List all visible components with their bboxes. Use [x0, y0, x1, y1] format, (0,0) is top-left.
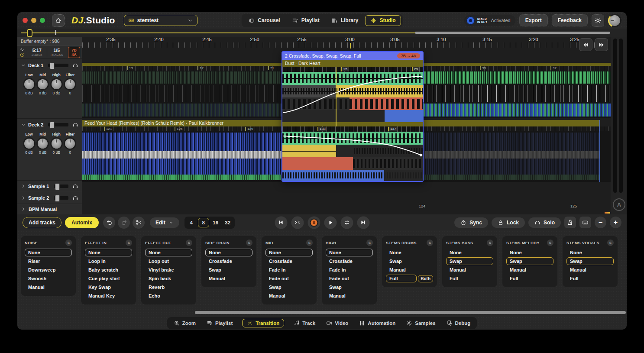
effect-option[interactable]: None	[205, 249, 252, 256]
effect-option[interactable]: Swap	[265, 283, 313, 291]
loop-button[interactable]	[340, 216, 353, 229]
stem-badge[interactable]: S	[65, 240, 72, 246]
stem-badge[interactable]: S	[607, 240, 614, 246]
sample-volume-slider[interactable]	[54, 196, 68, 200]
effect-option[interactable]: None	[566, 249, 614, 256]
autogain-button[interactable]: A	[613, 198, 625, 211]
deck-1-volume-slider[interactable]	[48, 64, 68, 67]
minimize-window-button[interactable]	[31, 18, 36, 23]
eq-knob[interactable]	[38, 79, 48, 89]
vertical-scrollbar-2[interactable]	[619, 39, 623, 193]
stem-badge[interactable]: S	[186, 240, 192, 246]
effect-option[interactable]: Fade out	[265, 275, 313, 282]
stem-badge[interactable]: S	[246, 240, 252, 246]
stem-lane-bass-top[interactable]	[282, 85, 423, 97]
solo-button[interactable]: Solo	[528, 217, 561, 228]
effect-option[interactable]: Fade out	[326, 275, 373, 282]
grid-size-button[interactable]: 32	[222, 218, 233, 227]
effect-option[interactable]: Crossfade	[326, 257, 373, 265]
effect-option[interactable]: Baby scratch	[85, 266, 132, 274]
bottom-tab[interactable]: Transition	[242, 319, 284, 327]
undo-button[interactable]	[103, 217, 115, 229]
grid-size-button[interactable]: 8	[198, 218, 209, 227]
eq-knob[interactable]	[24, 79, 34, 89]
deck-2-volume-slider[interactable]	[48, 123, 68, 126]
stem-lane-drums-bottom[interactable]	[282, 132, 423, 145]
eq-knob[interactable]	[38, 139, 48, 149]
effect-option[interactable]: Key Swap	[85, 283, 132, 291]
stem-lane-drums-top[interactable]	[282, 72, 423, 85]
sample-row[interactable]: Sample 2	[17, 192, 82, 204]
effect-option[interactable]: Fade in	[326, 266, 373, 274]
bottom-tab[interactable]: Zoom	[172, 319, 197, 327]
sync-button[interactable]: Sync	[454, 217, 488, 228]
stem-badge[interactable]: S	[126, 240, 132, 246]
bpm-section[interactable]: BPM Manual	[17, 204, 82, 214]
eq-knob[interactable]	[65, 79, 75, 89]
metronome-button[interactable]	[564, 217, 576, 228]
stem-lane-melody-bottom[interactable]	[282, 157, 423, 170]
effect-option[interactable]: Echo	[145, 292, 192, 300]
snap-playhead-button[interactable]	[291, 216, 304, 229]
edit-dropdown[interactable]: Edit	[150, 217, 179, 228]
effect-option[interactable]: Manual	[386, 266, 433, 274]
settings-button[interactable]	[592, 14, 604, 27]
effect-option[interactable]: Manual Key	[85, 292, 132, 300]
effect-option[interactable]: None	[326, 249, 373, 256]
song-overview[interactable]	[17, 29, 627, 37]
cut-button[interactable]	[133, 217, 145, 229]
view-tab[interactable]: Playlist	[287, 15, 325, 26]
effect-option[interactable]: Manual	[205, 275, 252, 282]
stem-badge[interactable]: S	[306, 240, 313, 246]
stem-lane-vocals-top[interactable]	[282, 110, 423, 122]
effect-option[interactable]: Crossfade	[205, 257, 252, 265]
effect-option[interactable]: Manual	[506, 266, 553, 274]
skip-forward-button[interactable]	[595, 38, 608, 51]
effect-option[interactable]: Full	[566, 275, 614, 282]
effect-option[interactable]: Crossfade	[265, 257, 313, 265]
effect-option[interactable]: Full	[506, 275, 553, 282]
headphones-icon[interactable]	[72, 195, 78, 201]
effect-option[interactable]: Reverb	[145, 283, 192, 291]
export-button[interactable]: Export	[519, 14, 548, 26]
headphones-icon[interactable]	[72, 183, 78, 189]
sample-volume-thumb[interactable]	[55, 195, 60, 202]
effect-option[interactable]: Swap	[566, 257, 614, 265]
view-tab[interactable]: Studio	[365, 15, 401, 26]
project-selector[interactable]: stemtest	[124, 15, 197, 26]
sample-row[interactable]: Sample 1	[17, 180, 82, 192]
grid-size-button[interactable]: 4	[186, 218, 197, 227]
zoom-in-button[interactable]: +	[610, 217, 621, 228]
effect-option[interactable]: Manual	[566, 266, 614, 274]
timeline[interactable]: 2:35 2:40 2:45 2:50 2:55 3:00 3:05 3:10 …	[82, 37, 611, 214]
eq-knob[interactable]	[24, 139, 34, 149]
effect-option[interactable]: Swap	[386, 257, 433, 265]
deck-2-header[interactable]: Deck 2	[21, 120, 78, 129]
overview-viewport-thumb[interactable]	[415, 32, 610, 34]
effect-option-chip[interactable]: Both	[418, 275, 433, 282]
eq-knob[interactable]	[65, 139, 75, 149]
eq-knob[interactable]	[52, 79, 61, 89]
effect-option[interactable]: Full Both	[386, 275, 433, 282]
effect-option[interactable]: Spin back	[145, 275, 192, 282]
bottom-tab[interactable]: Samples	[405, 319, 437, 327]
effect-option[interactable]: Riser	[25, 257, 72, 265]
stem-badge[interactable]: S	[427, 240, 433, 246]
effect-option[interactable]: None	[265, 249, 313, 256]
effect-option[interactable]: Swap	[205, 266, 252, 274]
stem-badge[interactable]: S	[547, 240, 553, 246]
play-button[interactable]	[324, 216, 337, 229]
deck-2-volume-thumb[interactable]	[50, 122, 55, 129]
record-button[interactable]	[307, 216, 320, 229]
mixed-in-key-badge[interactable]: MIXED IN KEY Activated	[464, 15, 515, 26]
redo-button[interactable]	[118, 217, 130, 229]
automix-button[interactable]: Automix	[65, 217, 99, 228]
close-window-button[interactable]	[23, 18, 28, 23]
horizontal-scrollbar[interactable]	[195, 311, 626, 314]
maximize-window-button[interactable]	[40, 18, 45, 23]
effect-option[interactable]: Swoosh	[25, 275, 72, 282]
effect-option[interactable]: Full	[446, 275, 493, 282]
stem-lane-bass-bottom[interactable]	[282, 145, 423, 157]
bottom-tab[interactable]: Playlist	[205, 319, 234, 327]
time-ruler[interactable]: 2:35 2:40 2:45 2:50 2:55 3:00 3:05 3:10 …	[82, 37, 611, 48]
